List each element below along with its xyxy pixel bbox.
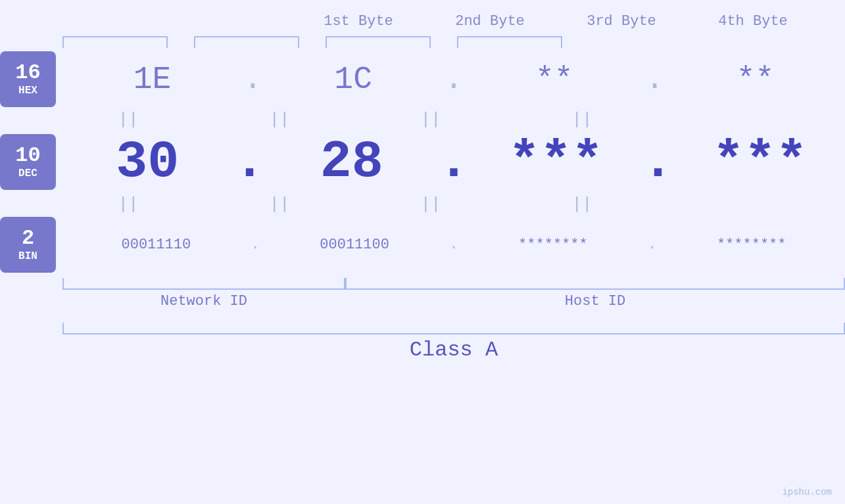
hex-badge: 16 HEX: [0, 51, 56, 107]
dec-val-4: ***: [675, 132, 845, 192]
hex-dot-1: .: [243, 62, 262, 97]
class-a-label: Class A: [62, 338, 845, 362]
bin-val-4: ********: [658, 237, 845, 253]
labels-row: Network ID Host ID: [0, 293, 845, 309]
dec-badge: 10 DEC: [0, 134, 56, 190]
byte-label-4: 4th Byte: [687, 13, 819, 30]
byte-label-2: 2nd Byte: [424, 13, 556, 30]
network-id-label: Network ID: [62, 293, 345, 309]
byte-label-1: 1st Byte: [293, 13, 424, 30]
bin-badge-number: 2: [22, 228, 34, 249]
dec-dot-2: .: [438, 132, 470, 192]
bin-row: 2 BIN 00011110 . 00011100 . ******** . *…: [0, 217, 845, 273]
hex-cells: 1E . 1C . ** . **: [62, 62, 845, 97]
hex-dot-3: .: [645, 62, 664, 97]
dec-val-1: 30: [62, 132, 232, 192]
dec-badge-label: DEC: [18, 168, 37, 179]
eq1-2: ||: [214, 107, 345, 132]
eq1-4: ||: [516, 107, 648, 132]
bin-dot-3: .: [648, 237, 656, 253]
dec-val-3: ***: [471, 132, 640, 192]
top-bracket-4: [457, 36, 562, 48]
bin-dot-1: .: [251, 237, 260, 253]
host-bracket: [345, 278, 845, 290]
dec-row: 10 DEC 30 . 28 . *** . ***: [0, 132, 845, 192]
dec-cells: 30 . 28 . *** . ***: [62, 132, 845, 192]
host-id-label: Host ID: [345, 293, 845, 309]
eq2-2: ||: [214, 192, 345, 217]
hex-val-4: **: [665, 62, 845, 97]
hex-val-2: 1C: [264, 62, 443, 97]
eq2-1: ||: [62, 192, 194, 217]
class-bracket: [62, 323, 845, 334]
bin-badge-label: BIN: [18, 250, 37, 262]
top-bracket-2: [194, 36, 299, 48]
eq1-1: ||: [62, 107, 194, 132]
hex-val-3: **: [464, 62, 644, 97]
equals-row-2: || || || ||: [0, 192, 845, 217]
byte-headers-row: 1st Byte 2nd Byte 3rd Byte 4th Byte: [0, 13, 845, 30]
bin-cells: 00011110 . 00011100 . ******** . *******…: [62, 237, 845, 253]
equals-row-1: || || || ||: [0, 107, 845, 132]
bin-val-2: 00011100: [261, 237, 448, 253]
dec-dot-1: .: [233, 132, 265, 192]
main-container: 1st Byte 2nd Byte 3rd Byte 4th Byte 16 H…: [0, 0, 845, 504]
byte-label-3: 3rd Byte: [556, 13, 687, 30]
eq1-3: ||: [365, 107, 496, 132]
top-bracket-1: [62, 36, 168, 48]
top-bracket-3: [326, 36, 431, 48]
class-label-row: Class A: [0, 338, 845, 362]
eq2-3: ||: [365, 192, 496, 217]
hex-badge-label: HEX: [18, 85, 37, 97]
watermark: ipshu.com: [782, 487, 832, 497]
hex-badge-number: 16: [15, 62, 40, 83]
bin-badge: 2 BIN: [0, 217, 56, 273]
top-brackets: [0, 36, 845, 48]
eq2-4: ||: [516, 192, 648, 217]
bin-val-3: ********: [460, 237, 647, 253]
bin-dot-2: .: [449, 237, 458, 253]
dec-badge-number: 10: [15, 145, 40, 166]
hex-dot-2: .: [445, 62, 464, 97]
bin-val-1: 00011110: [62, 237, 250, 253]
hex-row: 16 HEX 1E . 1C . ** . **: [0, 51, 845, 107]
bottom-brackets: [0, 278, 845, 290]
network-bracket: [62, 278, 345, 290]
class-bracket-row: [0, 323, 845, 334]
hex-val-1: 1E: [62, 62, 242, 97]
dec-val-2: 28: [267, 132, 437, 192]
dec-dot-3: .: [642, 132, 673, 192]
